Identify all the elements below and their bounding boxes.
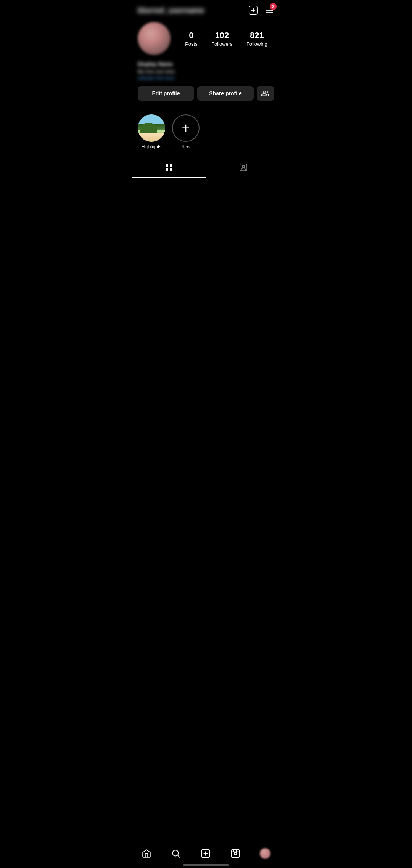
tab-grid[interactable] [132,157,206,178]
stats-row: 0 Posts 102 Followers 821 Following [178,30,274,47]
nav-search[interactable] [168,847,184,860]
add-icon [201,849,211,858]
new-post-button[interactable] [248,5,258,15]
highlight-item-new[interactable]: + New [172,114,200,149]
nav-home[interactable] [138,847,154,860]
header: blurred_username 2 [132,0,280,19]
nav-reels[interactable] [227,847,243,860]
tagged-icon [239,163,248,172]
menu-button[interactable]: 2 [264,5,274,15]
following-count: 821 [250,30,264,40]
nav-profile[interactable] [257,847,274,860]
svg-rect-9 [170,164,172,167]
svg-rect-19 [231,849,240,858]
avatar [138,22,171,55]
svg-point-20 [234,852,237,855]
posts-count: 0 [189,30,193,40]
posts-label: Posts [185,41,198,47]
notification-badge: 2 [270,3,277,10]
highlight-circle-landscape [138,114,165,142]
following-label: Following [246,41,267,47]
share-profile-button[interactable]: Share profile [197,86,254,101]
tab-tagged[interactable] [206,157,280,178]
home-indicator [183,864,229,866]
followers-count: 102 [215,30,229,40]
search-icon [171,849,181,858]
profile-section: 0 Posts 102 Followers 821 Following Disp… [132,19,280,114]
highlight-label-highlights: Highlights [142,144,162,149]
edit-profile-button[interactable]: Edit profile [138,86,194,101]
svg-point-13 [242,165,245,168]
followers-label: Followers [211,41,233,47]
home-icon [142,849,151,858]
svg-rect-11 [170,168,172,171]
followers-stat[interactable]: 102 Followers [211,30,233,47]
landscape-image [138,114,165,142]
reels-icon [230,849,240,858]
profile-top: 0 Posts 102 Followers 821 Following [138,22,274,55]
highlight-label-new: New [181,144,190,149]
profile-info: Display Name Bio line one here website l… [138,61,274,81]
hill-shape [140,123,157,134]
posts-stat[interactable]: 0 Posts [185,30,198,47]
highlights-section: Highlights + New [132,114,280,157]
svg-line-15 [178,855,180,858]
following-stat[interactable]: 821 Following [246,30,267,47]
grid-icon [164,163,174,172]
add-friend-button[interactable] [257,86,274,101]
profile-link[interactable]: website link here [138,75,274,81]
content-tabs [132,157,280,178]
nav-add[interactable] [198,847,214,860]
svg-point-14 [173,850,179,856]
highlight-circle-new: + [172,114,200,142]
content-area [132,178,280,406]
username-text: blurred_username [138,6,204,15]
avatar-wrapper[interactable] [138,22,171,55]
action-buttons: Edit profile Share profile [138,86,274,101]
svg-rect-10 [166,168,168,171]
svg-rect-8 [166,164,168,167]
plus-icon: + [182,121,190,135]
header-actions: 2 [248,5,274,15]
highlight-item-landscape[interactable]: Highlights [138,114,165,149]
profile-nav-avatar [260,848,270,859]
profile-bio: Bio line one here [138,69,274,74]
profile-name: Display Name [138,61,274,67]
